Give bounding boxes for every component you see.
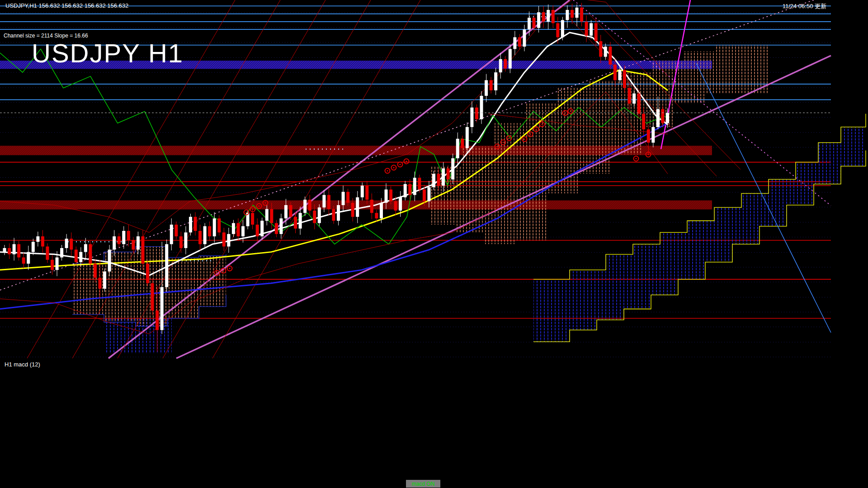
candle-body xyxy=(127,231,130,240)
signal-circle-dot xyxy=(264,202,266,203)
candle-body xyxy=(251,213,254,225)
candle-body xyxy=(394,201,397,211)
candle-body xyxy=(56,258,59,270)
trend-line[interactable] xyxy=(212,0,420,358)
candle-body xyxy=(432,174,435,187)
candle-body xyxy=(260,221,264,237)
candle-body xyxy=(485,80,488,96)
candle-body xyxy=(528,18,531,29)
chart-canvas[interactable] xyxy=(0,0,868,488)
signal-circle-dot xyxy=(524,138,525,140)
candle-body xyxy=(552,10,555,23)
candle-body xyxy=(227,234,230,247)
candle-body xyxy=(647,129,650,142)
candle-body xyxy=(618,70,621,80)
signal-circle-dot xyxy=(564,112,566,113)
candle-body xyxy=(361,186,364,197)
candle-body xyxy=(236,223,240,236)
candle-body xyxy=(585,22,588,36)
candle-body xyxy=(156,310,159,330)
candle-body xyxy=(547,10,550,22)
candle-body xyxy=(380,203,383,219)
signal-circle-dot xyxy=(508,137,509,139)
candle-body xyxy=(632,94,636,103)
candle-body xyxy=(337,205,340,221)
candle-body xyxy=(3,248,6,252)
candle-body xyxy=(451,158,454,179)
candle-body xyxy=(179,236,183,248)
candle-body xyxy=(70,239,73,249)
symbol-info: USDJPY,H1 156.632 156.632 156.632 156.63… xyxy=(5,2,128,9)
candle-body xyxy=(265,209,269,221)
candle-body xyxy=(99,278,102,289)
candle-body xyxy=(108,249,111,271)
signal-circle-dot xyxy=(229,267,230,269)
candle-body xyxy=(356,197,359,217)
candle-body xyxy=(408,184,411,195)
candle-body xyxy=(36,236,39,242)
candle-body xyxy=(94,264,97,278)
candle-body xyxy=(351,203,354,217)
candle-body xyxy=(499,59,502,72)
candle-body xyxy=(213,218,216,236)
candle-body xyxy=(141,236,144,263)
candle-body xyxy=(289,205,292,217)
candle-body xyxy=(279,218,283,234)
candle-body xyxy=(27,252,30,264)
signal-circle-dot xyxy=(252,208,253,210)
candle-body xyxy=(65,239,68,248)
candle-body xyxy=(75,249,78,262)
candle-body xyxy=(160,287,164,330)
candle-body xyxy=(470,108,473,127)
candle-body xyxy=(79,252,82,262)
candle-body xyxy=(494,72,497,90)
candle-body xyxy=(571,10,574,18)
candle-body xyxy=(342,192,345,205)
candle-body xyxy=(198,231,202,244)
macd-on-button[interactable]: macd ON xyxy=(406,480,440,488)
candle-body xyxy=(599,41,602,57)
candle-body xyxy=(256,225,259,236)
candle-body xyxy=(504,59,507,69)
candle-body xyxy=(576,8,579,18)
candle-body xyxy=(208,226,211,236)
candle-body xyxy=(113,236,116,249)
signal-circle-dot xyxy=(222,270,224,271)
candle-body xyxy=(184,232,187,248)
candle-body xyxy=(32,242,35,252)
candle-body xyxy=(303,200,307,213)
signal-circle-dot xyxy=(216,272,217,273)
candle-body xyxy=(537,12,540,28)
candle-body xyxy=(137,236,140,249)
update-timestamp: 11/24 06:50 更新 xyxy=(783,2,826,10)
signal-circle-dot xyxy=(541,123,542,125)
candle-body xyxy=(513,37,516,49)
candle-body xyxy=(623,70,626,88)
candle-body xyxy=(17,244,20,257)
candle-body xyxy=(389,189,392,201)
candle-body xyxy=(332,209,335,221)
candle-body xyxy=(480,96,483,119)
candle-body xyxy=(46,247,49,260)
candle-body xyxy=(533,18,536,28)
candle-body xyxy=(423,189,426,201)
candle-body xyxy=(461,139,464,148)
candle-body xyxy=(661,109,664,123)
candle-body xyxy=(637,94,641,114)
candle-body xyxy=(556,23,559,37)
candle-body xyxy=(523,29,526,47)
candle-body xyxy=(318,207,321,223)
candle-body xyxy=(194,217,197,231)
candle-body xyxy=(375,213,378,218)
candle-body xyxy=(437,174,440,186)
candle-body xyxy=(580,8,583,22)
signal-circle-dot xyxy=(635,158,637,159)
candle-body xyxy=(122,231,125,244)
watermark-title: USDJPY H1 xyxy=(32,38,184,68)
candle-body xyxy=(466,127,469,148)
candle-body xyxy=(308,200,311,211)
candle-body xyxy=(456,139,459,158)
signal-circle-dot xyxy=(535,128,537,130)
candle-body xyxy=(232,223,235,234)
signal-circle-dot xyxy=(399,164,401,165)
